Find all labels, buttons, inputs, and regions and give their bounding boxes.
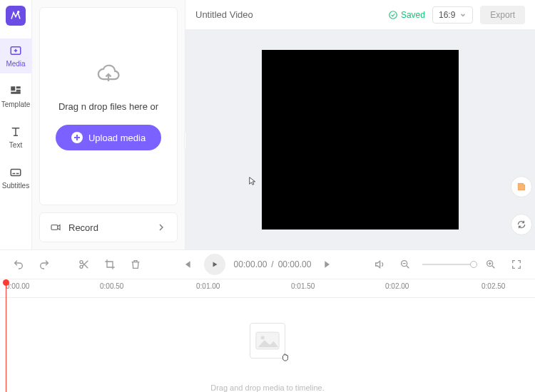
- zoom-in-button[interactable]: [482, 256, 499, 273]
- skip-end-button[interactable]: [320, 256, 337, 273]
- record-label: Record: [68, 222, 98, 233]
- trash-icon: [130, 259, 141, 270]
- svg-rect-2: [11, 86, 15, 91]
- grab-cursor-icon: [280, 351, 290, 363]
- svg-rect-7: [13, 173, 16, 175]
- zoom-slider-thumb[interactable]: [470, 261, 477, 268]
- time-current: 00:00.00: [234, 259, 268, 269]
- nav-item-label: Subtitles: [2, 182, 29, 190]
- fit-button[interactable]: [508, 256, 525, 273]
- zoom-slider[interactable]: [422, 264, 474, 265]
- svg-rect-8: [16, 173, 19, 175]
- svg-rect-9: [51, 225, 58, 230]
- nav-item-label: Text: [9, 141, 22, 149]
- export-button[interactable]: Export: [480, 6, 525, 24]
- text-icon: [9, 125, 22, 138]
- crop-icon: [104, 259, 116, 270]
- saved-status: Saved: [388, 10, 425, 20]
- saved-label: Saved: [401, 10, 425, 20]
- svg-rect-3: [16, 86, 21, 88]
- dropzone-hint: Drag n drop files here or: [58, 101, 158, 112]
- zoom-out-icon: [399, 259, 411, 270]
- preview-area: Untitled Video Saved 16:9 Export: [185, 0, 535, 249]
- time-total: 00:00.00: [278, 259, 312, 269]
- skip-start-icon: [181, 259, 193, 270]
- skip-start-button[interactable]: [178, 256, 195, 273]
- play-button[interactable]: [204, 254, 225, 275]
- nav-item-subtitles[interactable]: Subtitles: [0, 160, 32, 195]
- timeline-drop-placeholder[interactable]: [250, 323, 285, 359]
- media-dropzone[interactable]: Drag n drop files here or Upload media: [39, 7, 178, 205]
- ruler-tick: 0:02.50: [482, 282, 505, 290]
- check-circle-icon: [388, 10, 398, 20]
- preview-stage: [185, 30, 535, 249]
- ruler-tick: 0:02.00: [385, 282, 409, 290]
- ruler-tick: 0:00.00: [6, 282, 29, 290]
- timeline-hint: Drag and drop media to timeline.: [0, 383, 535, 392]
- plus-circle-icon: [71, 132, 83, 143]
- ruler-tick: 0:00.50: [100, 282, 123, 290]
- upload-media-label: Upload media: [88, 133, 146, 143]
- scissors-icon: [78, 259, 90, 270]
- image-placeholder-icon: [255, 331, 280, 351]
- app-logo: [6, 6, 26, 26]
- volume-button[interactable]: [371, 256, 388, 273]
- refresh-icon: [516, 220, 526, 229]
- zoom-in-icon: [485, 259, 496, 270]
- sticker-tool-button[interactable]: [511, 176, 532, 197]
- project-title[interactable]: Untitled Video: [195, 9, 253, 20]
- nav-item-template[interactable]: Template: [0, 79, 32, 114]
- svg-rect-4: [16, 90, 21, 92]
- aspect-value: 16:9: [439, 10, 455, 20]
- undo-button[interactable]: [10, 256, 27, 273]
- media-add-icon: [9, 44, 22, 57]
- fit-icon: [511, 259, 522, 270]
- svg-point-10: [389, 11, 397, 19]
- nav-item-label: Media: [6, 60, 25, 68]
- skip-end-icon: [322, 259, 334, 270]
- chevron-down-icon: [459, 11, 467, 19]
- sticker-icon: [516, 182, 526, 192]
- video-canvas[interactable]: [262, 50, 459, 229]
- cut-button[interactable]: [76, 256, 93, 273]
- timeline-tracks[interactable]: [0, 298, 535, 383]
- timeline: 0:00.000:00.500:01.000:01.500:02.000:02.…: [0, 279, 535, 392]
- playback-toolbar: 00:00.00 / 00:00.00: [0, 249, 535, 279]
- redo-button[interactable]: [36, 256, 53, 273]
- timecode: 00:00.00 / 00:00.00: [234, 259, 312, 269]
- cloud-upload-icon: [96, 62, 121, 88]
- media-panel: Drag n drop files here or Upload media R…: [32, 0, 185, 249]
- nav-item-text[interactable]: Text: [0, 120, 32, 155]
- time-separator: /: [271, 259, 273, 269]
- svg-rect-5: [11, 92, 21, 94]
- volume-icon: [374, 259, 385, 270]
- subtitles-icon: [9, 166, 22, 179]
- svg-point-16: [261, 336, 265, 339]
- delete-button[interactable]: [127, 256, 144, 273]
- svg-rect-6: [11, 170, 21, 176]
- refresh-tool-button[interactable]: [511, 214, 532, 235]
- crop-button[interactable]: [101, 256, 118, 273]
- aspect-ratio-select[interactable]: 16:9: [432, 6, 473, 24]
- svg-point-0: [18, 11, 19, 13]
- ruler-tick: 0:01.50: [291, 282, 315, 290]
- camera-icon: [50, 222, 61, 233]
- chevron-right-icon: [156, 222, 167, 233]
- redo-icon: [39, 259, 50, 270]
- ruler-tick: 0:01.00: [196, 282, 220, 290]
- undo-icon: [13, 259, 24, 270]
- nav-item-media[interactable]: Media: [0, 38, 32, 73]
- preview-header: Untitled Video Saved 16:9 Export: [185, 0, 535, 30]
- upload-media-button[interactable]: Upload media: [56, 125, 161, 150]
- play-icon: [210, 260, 219, 269]
- nav-item-label: Template: [1, 100, 31, 108]
- left-nav: Media Template Text Subtitles: [0, 0, 32, 249]
- template-icon: [9, 85, 22, 98]
- record-button[interactable]: Record: [39, 212, 178, 242]
- zoom-out-button[interactable]: [397, 256, 414, 273]
- timeline-ruler[interactable]: 0:00.000:00.500:01.000:01.500:02.000:02.…: [0, 279, 535, 298]
- mouse-cursor-icon: [248, 176, 258, 188]
